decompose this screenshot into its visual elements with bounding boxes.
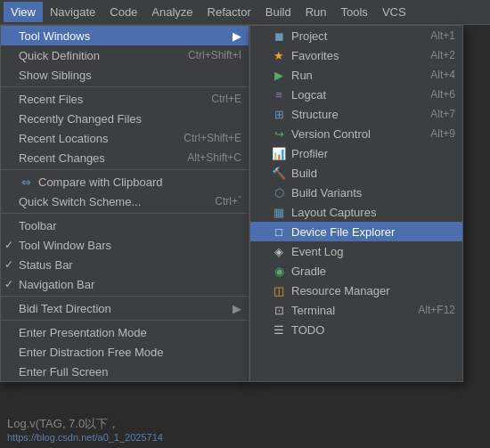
submenu-item-version-control[interactable]: ↪ Version Control Alt+9: [250, 124, 462, 143]
submenu-item-profiler[interactable]: 📊 Profiler: [250, 143, 462, 163]
check-icon-nav: ✓: [4, 278, 13, 290]
bidi-arrow-icon: ▶: [233, 302, 241, 315]
gradle-icon: ◉: [272, 264, 286, 278]
menu-item-show-siblings[interactable]: Show Siblings: [1, 65, 249, 85]
menu-item-tool-window-bars[interactable]: ✓ Tool Window Bars: [1, 235, 249, 255]
submenu-item-build[interactable]: 🔨 Build: [250, 163, 462, 183]
menu-item-distraction-free[interactable]: Enter Distraction Free Mode: [1, 342, 249, 362]
todo-icon: ☰: [272, 322, 286, 337]
menubar-item-analyze[interactable]: Analyze: [144, 2, 200, 22]
menu-item-quick-switch[interactable]: Quick Switch Scheme... Ctrl+`: [1, 191, 249, 211]
menu-item-toolbar[interactable]: Toolbar: [1, 216, 249, 235]
submenu-item-layout-captures[interactable]: ▦ Layout Captures: [250, 202, 462, 222]
separator-1: [1, 86, 249, 87]
menubar-item-build[interactable]: Build: [258, 2, 298, 22]
menubar-item-navigate[interactable]: Navigate: [43, 2, 102, 22]
menu-item-presentation-mode[interactable]: Enter Presentation Mode: [1, 322, 249, 342]
menubar: View Navigate Code Analyze Refactor Buil…: [0, 0, 490, 25]
compare-icon: ⇔: [19, 175, 33, 189]
profiler-icon: 📊: [272, 146, 286, 160]
menubar-item-code[interactable]: Code: [102, 2, 144, 22]
menubar-item-vcs[interactable]: VCS: [375, 2, 413, 22]
build-icon: 🔨: [272, 166, 286, 180]
terminal-icon: ⊡: [272, 303, 286, 317]
menu-item-status-bar[interactable]: ✓ Status Bar: [1, 255, 249, 274]
project-icon: ◼: [272, 29, 286, 43]
separator-4: [1, 296, 249, 297]
check-icon: ✓: [4, 239, 13, 251]
menubar-item-view[interactable]: View: [4, 2, 43, 22]
submenu-item-todo[interactable]: ☰ TODO: [250, 320, 462, 339]
submenu-item-run[interactable]: ▶ Run Alt+4: [250, 65, 462, 85]
submenu-item-build-variants[interactable]: ⬡ Build Variants: [250, 183, 462, 202]
menubar-item-refactor[interactable]: Refactor: [200, 2, 258, 22]
vcs-icon: ↪: [272, 126, 286, 141]
submenu-item-resource-manager[interactable]: ◫ Resource Manager: [250, 281, 462, 300]
separator-3: [1, 213, 249, 214]
background-content: Log.v(TAG, 7.0以下， https://blog.csdn.net/…: [0, 412, 490, 448]
logcat-icon: ≡: [272, 87, 286, 102]
menu-item-recently-changed-files[interactable]: Recently Changed Files: [1, 109, 249, 128]
menu-item-bidi-text[interactable]: Bidi Text Direction ▶: [1, 298, 249, 318]
menu-item-recent-files[interactable]: Recent Files Ctrl+E: [1, 89, 249, 109]
menu-item-navigation-bar[interactable]: ✓ Navigation Bar: [1, 274, 249, 294]
menu-item-recent-locations[interactable]: Recent Locations Ctrl+Shift+E: [1, 128, 249, 148]
submenu-item-project[interactable]: ◼ Project Alt+1: [250, 26, 462, 45]
menu-item-tool-windows[interactable]: Tool Windows ▶: [1, 26, 249, 45]
separator-5: [1, 320, 249, 321]
build-variants-icon: ⬡: [272, 185, 286, 200]
dropdown-container: Tool Windows ▶ Quick Definition Ctrl+Shi…: [0, 25, 463, 382]
star-icon: ★: [272, 48, 286, 62]
menu-item-quick-definition[interactable]: Quick Definition Ctrl+Shift+I: [1, 45, 249, 65]
submenu-item-device-file-explorer[interactable]: □ Device File Explorer: [250, 222, 462, 241]
resource-manager-icon: ◫: [272, 283, 286, 297]
structure-icon: ⊞: [272, 107, 286, 121]
submenu-item-terminal[interactable]: ⊡ Terminal Alt+F12: [250, 300, 462, 320]
layout-icon: ▦: [272, 205, 286, 219]
separator-2: [1, 169, 249, 170]
menu-item-full-screen[interactable]: Enter Full Screen: [1, 362, 249, 381]
submenu-item-favorites[interactable]: ★ Favorites Alt+2: [250, 45, 462, 65]
submenu-item-logcat[interactable]: ≡ Logcat Alt+6: [250, 85, 462, 104]
menubar-item-tools[interactable]: Tools: [334, 2, 375, 22]
submenu-item-gradle[interactable]: ◉ Gradle: [250, 261, 462, 281]
submenu-item-structure[interactable]: ⊞ Structure Alt+7: [250, 104, 462, 124]
submenu-item-event-log[interactable]: ◈ Event Log: [250, 241, 462, 261]
view-menu-dropdown: Tool Windows ▶ Quick Definition Ctrl+Shi…: [0, 25, 249, 382]
arrow-icon: ▶: [233, 29, 241, 43]
menu-item-compare-clipboard[interactable]: ⇔ Compare with Clipboard: [1, 172, 249, 191]
bg-url-text: https://blog.csdn.net/a0_1_2025714: [7, 432, 483, 443]
event-log-icon: ◈: [272, 244, 286, 258]
check-icon-status: ✓: [4, 258, 13, 271]
run-icon: ▶: [272, 68, 286, 82]
menubar-item-run[interactable]: Run: [298, 2, 334, 22]
device-file-explorer-icon: □: [272, 224, 286, 239]
tool-windows-submenu: ◼ Project Alt+1 ★ Favorites Alt+2 ▶ Run …: [249, 25, 463, 382]
menu-item-recent-changes[interactable]: Recent Changes Alt+Shift+C: [1, 148, 249, 167]
bg-log-text: Log.v(TAG, 7.0以下，: [7, 416, 483, 432]
